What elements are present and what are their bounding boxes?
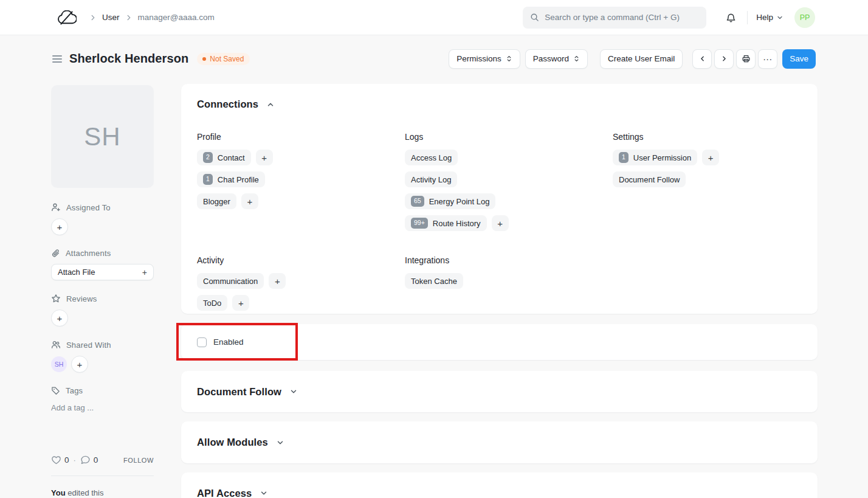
tags-section-label: Tags — [51, 386, 154, 395]
add-tag-input[interactable] — [51, 403, 142, 412]
document-link-label: Route History — [433, 219, 481, 228]
document-link-label: User Permission — [633, 153, 691, 162]
add-user-permission-button[interactable]: + — [702, 150, 719, 165]
connections-section: Connections Profile2Contact+1Chat Profil… — [181, 84, 818, 314]
api-access-section: API Access — [181, 472, 818, 498]
next-document-button[interactable] — [714, 49, 734, 69]
document-link-label: Document Follow — [619, 175, 680, 184]
expand-section-button[interactable] — [275, 437, 286, 448]
add-communication-button[interactable]: + — [269, 273, 286, 289]
document-link-todo[interactable]: ToDo — [197, 295, 227, 311]
document-link-token-cache[interactable]: Token Cache — [405, 273, 463, 289]
navbar-divider — [747, 11, 748, 24]
paperclip-icon — [51, 249, 60, 258]
plus-icon: + — [142, 268, 147, 277]
document-link-blogger[interactable]: Blogger — [197, 193, 236, 209]
document-link-communication[interactable]: Communication — [197, 273, 264, 289]
search-icon — [530, 13, 539, 22]
search-input[interactable] — [545, 13, 699, 22]
document-link-label: Activity Log — [411, 175, 451, 184]
document-sidebar: SH Assigned To + Attachments Attach File… — [51, 85, 154, 498]
enabled-checkbox-label[interactable]: Enabled — [213, 337, 244, 347]
user-image-placeholder[interactable]: SH — [51, 85, 154, 188]
users-icon — [51, 340, 61, 350]
document-link-row: 1Chat Profile — [197, 171, 405, 187]
chevron-down-icon — [276, 438, 284, 447]
add-contact-button[interactable]: + — [256, 150, 273, 165]
help-menu-button[interactable]: Help — [756, 13, 784, 22]
previous-document-button[interactable] — [692, 49, 712, 69]
expand-section-button[interactable] — [258, 488, 269, 498]
document-link-row: Blogger+ — [197, 193, 405, 209]
user-avatar[interactable]: PP — [794, 7, 815, 28]
add-todo-button[interactable]: + — [232, 295, 249, 311]
comment-bubble-icon — [80, 455, 91, 465]
global-search[interactable] — [523, 7, 706, 29]
breadcrumb-chevron-icon — [89, 13, 97, 22]
password-button[interactable]: Password — [525, 49, 588, 69]
allow-modules-section: Allow Modules — [181, 421, 818, 463]
permissions-button[interactable]: Permissions — [449, 49, 520, 69]
form-body: Connections Profile2Contact+1Chat Profil… — [181, 84, 818, 498]
attach-file-button[interactable]: Attach File + — [51, 264, 154, 280]
dot-separator: · — [74, 455, 76, 465]
document-link-route-history[interactable]: 99+Route History — [405, 215, 487, 231]
comments-button[interactable] — [80, 455, 91, 465]
document-link-label: Contact — [218, 153, 245, 162]
count-badge: 1 — [203, 174, 213, 184]
notifications-bell-button[interactable] — [722, 9, 740, 26]
assigned-to-section-label: Assigned To — [51, 202, 154, 212]
document-link-user-permission[interactable]: 1User Permission — [613, 150, 697, 165]
document-link-energy-point-log[interactable]: 65Energy Point Log — [405, 193, 495, 209]
document-link-access-log[interactable]: Access Log — [405, 150, 458, 165]
add-route-history-button[interactable]: + — [492, 215, 509, 231]
shared-with-section-label: Shared With — [51, 340, 154, 350]
document-link-row: ToDo+ — [197, 295, 405, 311]
document-link-label: Communication — [203, 277, 258, 286]
section-title: API Access — [197, 488, 252, 498]
document-link-row: Activity Log — [405, 171, 613, 187]
sidebar-divider — [51, 476, 154, 476]
create-user-email-button[interactable]: Create User Email — [600, 49, 683, 69]
document-link-document-follow[interactable]: Document Follow — [613, 171, 686, 187]
status-badge: Not Saved — [197, 53, 250, 65]
breadcrumb-document-link[interactable]: manager@aaaa.com — [138, 13, 215, 22]
help-label: Help — [756, 13, 773, 22]
follow-button[interactable]: FOLLOW — [123, 457, 154, 464]
shared-user-avatar[interactable]: SH — [51, 356, 67, 372]
group-title: Logs — [405, 132, 613, 142]
add-review-button[interactable]: + — [51, 310, 68, 327]
section-title: Allow Modules — [197, 437, 268, 448]
save-button[interactable]: Save — [782, 49, 816, 69]
connections-group-activity: ActivityCommunication+ToDo+ — [197, 255, 405, 317]
document-link-label: ToDo — [203, 299, 221, 308]
chevron-down-icon — [776, 14, 784, 21]
document-link-row: 99+Route History+ — [405, 215, 613, 231]
reviews-section-label: Reviews — [51, 294, 154, 303]
print-button[interactable] — [736, 49, 756, 69]
like-heart-button[interactable] — [51, 455, 61, 465]
ellipsis-menu-button[interactable]: ... — [758, 49, 777, 69]
group-title: Profile — [197, 132, 405, 142]
document-link-activity-log[interactable]: Activity Log — [405, 171, 457, 187]
sidebar-toggle-menu-icon[interactable] — [51, 54, 63, 64]
add-assignment-button[interactable]: + — [51, 218, 68, 235]
breadcrumb-user-link[interactable]: User — [102, 13, 120, 22]
comments-count: 0 — [94, 455, 98, 465]
document-link-contact[interactable]: 2Contact — [197, 150, 251, 165]
app-logo-icon[interactable] — [57, 10, 77, 25]
select-chevrons-icon — [506, 55, 512, 63]
document-link-label: Access Log — [411, 153, 452, 162]
add-share-button[interactable]: + — [71, 356, 88, 373]
enabled-checkbox[interactable] — [197, 337, 207, 347]
add-blogger-button[interactable]: + — [241, 193, 258, 209]
connections-section-title: Connections — [197, 99, 258, 110]
connections-group-settings: Settings1User Permission+Document Follow — [613, 132, 802, 237]
assign-user-icon — [51, 202, 61, 212]
expand-section-button[interactable] — [288, 386, 299, 397]
attachments-section-label: Attachments — [51, 249, 154, 258]
connections-group-profile: Profile2Contact+1Chat ProfileBlogger+ — [197, 132, 405, 237]
count-badge: 65 — [411, 196, 424, 206]
collapse-section-button[interactable] — [265, 99, 276, 110]
document-link-chat-profile[interactable]: 1Chat Profile — [197, 171, 265, 187]
